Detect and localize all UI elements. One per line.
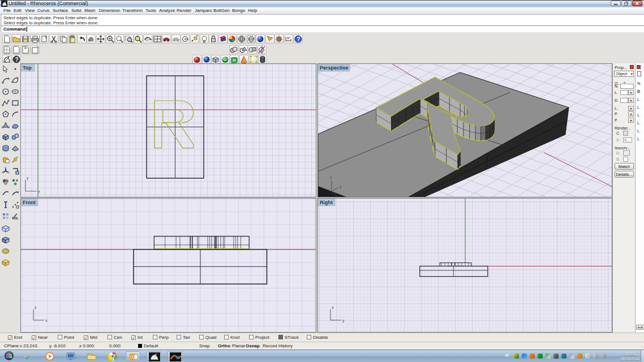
svg-text:z: z — [330, 175, 332, 179]
svg-text:Front: Front — [23, 200, 36, 205]
svg-text:Right: Right — [320, 200, 333, 205]
svg-text:x: x — [45, 318, 48, 322]
svg-text:Perspective: Perspective — [320, 65, 349, 71]
svg-text:y: y — [342, 318, 345, 323]
svg-text:y: y — [27, 176, 29, 180]
svg-text:z: z — [332, 305, 334, 309]
svg-text:Top: Top — [23, 65, 32, 71]
svg-text:y: y — [340, 184, 342, 189]
svg-text:?: ? — [297, 36, 300, 42]
svg-text:?: ? — [15, 57, 18, 63]
svg-text:x: x — [38, 189, 40, 193]
svg-text:z: z — [35, 305, 37, 309]
svg-text:x: x — [338, 196, 341, 197]
